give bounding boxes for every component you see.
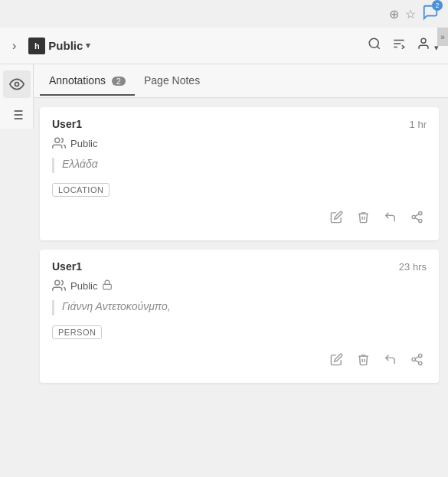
brand-logo[interactable]: h Public ▾ xyxy=(28,38,90,54)
delete-button[interactable] xyxy=(354,207,373,230)
card-tag: PERSON xyxy=(52,325,102,339)
svg-line-18 xyxy=(415,214,419,217)
svg-point-15 xyxy=(412,215,415,218)
card-actions xyxy=(52,350,427,372)
brand-label: Public xyxy=(48,39,83,52)
chat-badge-count: 2 xyxy=(432,0,443,11)
chat-button[interactable]: 2 xyxy=(422,4,439,24)
visibility-icon xyxy=(52,279,66,292)
card-username: User1 xyxy=(52,118,82,130)
card-quote: Ελλάδα xyxy=(52,158,427,173)
svg-line-17 xyxy=(415,218,419,221)
card-username: User1 xyxy=(52,260,82,273)
list-view-button[interactable] xyxy=(3,101,31,129)
expand-sidebar-button[interactable]: › xyxy=(9,36,19,56)
eye-view-button[interactable] xyxy=(3,70,31,98)
sort-button[interactable] xyxy=(392,37,406,54)
svg-point-0 xyxy=(370,38,379,47)
svg-point-16 xyxy=(419,219,422,222)
card-quote: Γιάννη Αντετοκούνμπο, xyxy=(52,300,427,315)
edit-button[interactable] xyxy=(327,207,346,230)
card-time: 1 hr xyxy=(410,119,427,130)
tab-page-notes[interactable]: Page Notes xyxy=(135,67,209,96)
svg-point-19 xyxy=(55,280,60,285)
card-header: User1 1 hr xyxy=(52,118,427,130)
visibility-label: Public xyxy=(70,138,97,149)
svg-point-6 xyxy=(15,83,18,87)
reply-button[interactable] xyxy=(381,207,400,230)
reply-button[interactable] xyxy=(381,350,400,372)
visibility-label: Public xyxy=(70,280,97,292)
star-icon[interactable]: ☆ xyxy=(405,7,416,21)
visibility-icon xyxy=(52,136,66,150)
svg-rect-20 xyxy=(103,284,112,289)
svg-point-22 xyxy=(412,358,415,361)
tabs-bar: Annotations 2 Page Notes xyxy=(0,64,448,98)
card-actions xyxy=(52,207,427,230)
annotations-badge: 2 xyxy=(112,77,126,86)
card-meta: Public xyxy=(52,279,427,292)
browser-bar: ⊕ ☆ 2 xyxy=(0,0,448,28)
share-button[interactable] xyxy=(407,350,427,372)
edit-button[interactable] xyxy=(327,350,346,372)
brand-dropdown-icon: ▾ xyxy=(86,41,90,51)
svg-point-21 xyxy=(419,354,422,357)
svg-point-14 xyxy=(419,211,422,214)
svg-point-13 xyxy=(55,138,60,142)
card-meta: Public xyxy=(52,136,427,150)
svg-line-25 xyxy=(415,357,419,359)
annotation-card: User1 1 hr Public Ελλάδα LOCATION xyxy=(40,107,439,240)
collapse-icon: » xyxy=(440,33,445,41)
svg-line-1 xyxy=(378,46,380,48)
left-icons-panel xyxy=(0,64,34,129)
profile-button[interactable]: ▾ xyxy=(417,37,439,54)
zoom-icon[interactable]: ⊕ xyxy=(389,7,399,21)
svg-point-23 xyxy=(419,361,422,364)
collapse-handle[interactable]: » xyxy=(437,28,448,46)
toolbar: › h Public ▾ ▾ xyxy=(0,28,448,64)
card-header: User1 23 hrs xyxy=(52,260,427,273)
svg-line-24 xyxy=(415,361,419,363)
card-tag: LOCATION xyxy=(52,183,110,197)
delete-button[interactable] xyxy=(354,350,373,372)
svg-point-5 xyxy=(421,38,426,43)
annotations-content: User1 1 hr Public Ελλάδα LOCATION xyxy=(0,98,448,471)
hypothesis-logo: h xyxy=(28,38,45,54)
tab-annotations[interactable]: Annotations 2 xyxy=(40,67,135,96)
lock-icon xyxy=(102,279,113,292)
share-button[interactable] xyxy=(407,207,427,230)
toolbar-actions: ▾ xyxy=(368,37,439,54)
card-time: 23 hrs xyxy=(399,261,427,273)
search-button[interactable] xyxy=(368,37,381,54)
annotation-card: User1 23 hrs Public Γιάννη Αντετοκούνμπο… xyxy=(40,250,439,383)
